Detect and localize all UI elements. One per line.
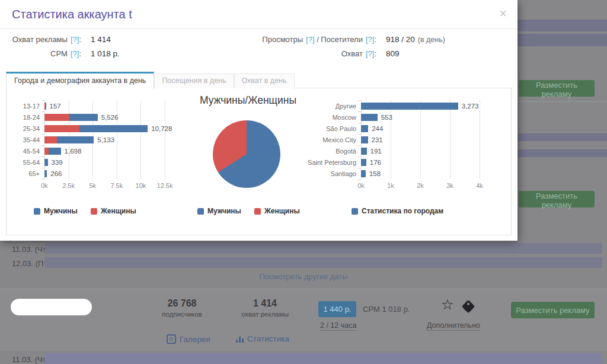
- legend-swatch: [254, 208, 261, 215]
- category-label: 55-64: [10, 159, 40, 166]
- modal-header: Статистика аккаунта t ×: [0, 0, 517, 29]
- legend-item[interactable]: Мужчины: [34, 207, 78, 215]
- category-label: Santiago: [295, 170, 356, 177]
- stats-right-block: Просмотры[?] / Посетители[?]: 918 / 20 (…: [255, 35, 445, 63]
- age-chart-legend: МужчиныЖенщины: [34, 207, 136, 215]
- category-label: 18-24: [10, 114, 40, 121]
- date-row-band: [44, 353, 602, 364]
- place-ad-button[interactable]: Разместить рекламу: [519, 80, 595, 97]
- tab-visits-per-day[interactable]: Посещения в день: [154, 74, 234, 88]
- bar-segment: [361, 148, 367, 155]
- category-label: 65+: [10, 170, 40, 177]
- bar-segment: [361, 114, 378, 121]
- x-axis-tick-label: 1k: [387, 182, 394, 189]
- reach-value: 1 414: [232, 298, 298, 309]
- price-button[interactable]: 1 440 р.: [318, 301, 356, 317]
- legend-item[interactable]: Статистика по городам: [352, 207, 443, 215]
- place-ad-button[interactable]: Разместить рекламу: [519, 191, 595, 207]
- value-label: 5,133: [97, 136, 114, 143]
- stat-value: 809: [386, 49, 400, 58]
- account-statistics-modal: Статистика аккаунта t × Охват рекламы[?]…: [0, 0, 517, 241]
- bar-row: 45-541,698: [10, 145, 200, 157]
- bar-row: Bogotá191: [295, 145, 515, 157]
- bar-segment: [57, 136, 94, 143]
- value-label: 339: [52, 159, 63, 166]
- bar-segment: [361, 125, 368, 132]
- show-other-dates-link[interactable]: Посмотреть другие даты: [0, 272, 607, 281]
- price-tag-icon[interactable]: [462, 300, 475, 314]
- value-label: 158: [369, 170, 381, 177]
- category-label: 13-17: [10, 103, 40, 110]
- place-ad-button[interactable]: Разместить рекламу: [511, 302, 595, 318]
- bar-row: Mexico City231: [295, 134, 515, 145]
- bar-row: 65+266: [10, 168, 200, 179]
- slots-link[interactable]: 2 / 12 часа: [320, 321, 356, 330]
- x-axis-tick-label: 2.5k: [62, 182, 75, 189]
- stat-value: 918 / 20: [386, 35, 415, 44]
- bar-segment: [44, 170, 47, 177]
- additional-link[interactable]: Дополнительно: [415, 321, 492, 330]
- category-label: Mexico City: [295, 136, 356, 143]
- bar-segment: [49, 148, 61, 155]
- value-label: 3,273: [462, 103, 479, 110]
- stat-row: Просмотры[?] / Посетители[?]: 918 / 20 (…: [255, 35, 445, 49]
- legend-swatch: [352, 208, 358, 215]
- bar-row: São Paulo244: [295, 123, 515, 134]
- bar-segment: [44, 125, 79, 132]
- cities-chart: Другие3,273Moscow553São Paulo244Mexico C…: [295, 100, 515, 190]
- tab-cities-demography[interactable]: Города и демография аккаунта в день: [6, 72, 154, 89]
- bar-row: 35-445,133: [10, 134, 200, 145]
- age-demographics-chart: 13-1715718-245,52625-3410,72835-445,1334…: [10, 100, 200, 190]
- tab-reach-per-day[interactable]: Охват в день: [234, 74, 295, 88]
- favorite-star-icon[interactable]: ☆: [441, 298, 454, 312]
- account-name-pill: [11, 299, 92, 315]
- gallery-link[interactable]: Галерея: [167, 334, 210, 344]
- bar-segment: [69, 114, 98, 121]
- help-icon[interactable]: [?]: [366, 49, 374, 58]
- legend-swatch: [34, 208, 40, 215]
- bar-segment: [361, 103, 458, 110]
- value-label: 191: [370, 148, 382, 155]
- stat-value: 1 018 р.: [91, 49, 120, 58]
- category-label: Saint Petersburg: [295, 159, 356, 166]
- help-icon[interactable]: [?]: [306, 35, 314, 44]
- bar-segment: [361, 136, 368, 143]
- x-axis-tick-label: 0k: [41, 182, 48, 189]
- value-label: 244: [372, 125, 383, 132]
- help-icon[interactable]: [?]: [366, 35, 374, 44]
- legend-label: Статистика по городам: [362, 207, 443, 215]
- bar-segment: [46, 103, 47, 110]
- stat-row: Охват рекламы[?]: 1 414: [9, 35, 120, 49]
- page: Разместить рекламу Разместить рекламу 11…: [0, 0, 607, 364]
- account-card: 26 768 подписчиков 1 414 охват рекламы 1…: [0, 289, 607, 351]
- legend-label: Женщины: [264, 207, 300, 215]
- legend-item[interactable]: Женщины: [254, 207, 300, 215]
- stat-row: Охват[?]: 809: [255, 49, 445, 63]
- legend-item[interactable]: Мужчины: [197, 207, 241, 215]
- x-axis-tick-label: 4k: [476, 182, 483, 189]
- category-label: 35-44: [10, 136, 40, 143]
- help-icon[interactable]: [?]: [71, 49, 79, 58]
- statistics-link[interactable]: Статистика: [236, 334, 289, 343]
- instagram-icon: [167, 334, 176, 344]
- legend-item[interactable]: Женщины: [91, 207, 136, 215]
- bar-row: Другие3,273: [295, 100, 515, 111]
- bar-segment: [361, 170, 366, 177]
- followers-label: подписчиков: [149, 311, 215, 318]
- x-axis-tick-label: 5k: [89, 182, 96, 189]
- category-label: 25-34: [10, 125, 40, 132]
- x-axis-tick-label: 7.5k: [110, 182, 123, 189]
- cities-chart-legend: Статистика по городам: [352, 207, 443, 215]
- cpm-text: CPM 1 018 р.: [363, 305, 410, 314]
- value-label: 10,728: [151, 125, 172, 132]
- close-icon[interactable]: ×: [499, 7, 507, 20]
- category-label: Moscow: [295, 114, 356, 121]
- stat-value: 1 414: [91, 35, 111, 44]
- help-icon[interactable]: [?]: [71, 35, 79, 44]
- bar-row: 13-17157: [10, 100, 200, 111]
- bar-segment: [361, 159, 366, 166]
- value-label: 1,698: [65, 148, 82, 155]
- value-label: 266: [50, 170, 62, 177]
- x-axis-tick-label: 2k: [417, 182, 424, 189]
- bar-chart-icon: [236, 336, 244, 343]
